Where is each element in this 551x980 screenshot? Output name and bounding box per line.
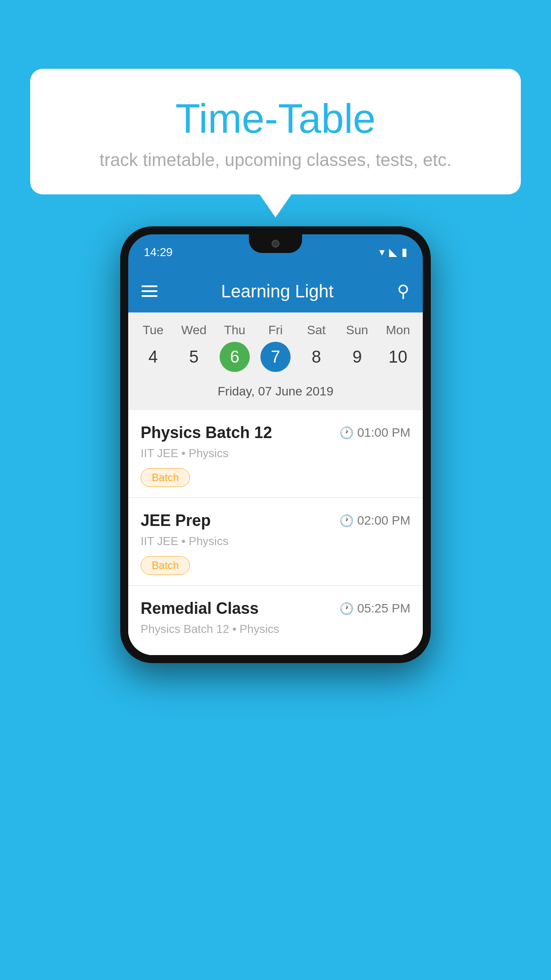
class-item-2[interactable]: Remedial Class🕐05:25 PMPhysics Batch 12 …: [128, 586, 423, 655]
day-label: Mon: [386, 323, 410, 337]
class-time: 🕐01:00 PM: [339, 426, 410, 440]
app-bar: Learning Light ⚲: [128, 270, 423, 312]
class-list: Physics Batch 12🕐01:00 PMIIT JEE • Physi…: [128, 410, 423, 655]
class-name: Remedial Class: [141, 599, 259, 618]
speech-bubble-section: Time-Table track timetable, upcoming cla…: [30, 69, 521, 194]
day-label: Sat: [307, 323, 326, 337]
class-meta: Physics Batch 12 • Physics: [141, 622, 410, 636]
selected-date-label: Friday, 07 June 2019: [133, 378, 418, 407]
days-row: Tue4Wed5Thu6Fri7Sat8Sun9Mon10: [133, 323, 418, 372]
class-item-header: Physics Batch 12🕐01:00 PM: [141, 423, 410, 442]
class-item-header: JEE Prep🕐02:00 PM: [141, 511, 410, 530]
phone-screen: Learning Light ⚲ Tue4Wed5Thu6Fri7Sat8Sun…: [128, 270, 423, 655]
class-item-0[interactable]: Physics Batch 12🕐01:00 PMIIT JEE • Physi…: [128, 410, 423, 498]
day-number[interactable]: 7: [260, 342, 291, 372]
speech-bubble: Time-Table track timetable, upcoming cla…: [30, 69, 521, 194]
day-col-tue[interactable]: Tue4: [134, 323, 172, 372]
battery-icon: ▮: [401, 246, 407, 258]
class-item-1[interactable]: JEE Prep🕐02:00 PMIIT JEE • PhysicsBatch: [128, 498, 423, 586]
bubble-title: Time-Table: [66, 95, 485, 142]
class-meta: IIT JEE • Physics: [141, 447, 410, 460]
day-label: Fri: [268, 323, 283, 337]
status-time: 14:29: [144, 245, 173, 259]
clock-icon: 🕐: [339, 426, 354, 440]
day-label: Thu: [224, 323, 245, 337]
day-col-thu[interactable]: Thu6: [216, 323, 253, 372]
day-number[interactable]: 4: [138, 342, 168, 372]
class-name: Physics Batch 12: [141, 423, 272, 442]
class-item-header: Remedial Class🕐05:25 PM: [141, 599, 410, 618]
day-label: Sun: [346, 323, 368, 337]
class-name: JEE Prep: [141, 511, 211, 530]
phone-mockup: 14:29 ▾ ◣ ▮ Learning Light ⚲: [120, 226, 431, 663]
day-col-sat[interactable]: Sat8: [298, 323, 335, 372]
status-icons: ▾ ◣ ▮: [379, 246, 407, 258]
class-time: 🕐02:00 PM: [339, 514, 410, 528]
clock-icon: 🕐: [339, 602, 354, 616]
day-col-fri[interactable]: Fri7: [257, 323, 294, 372]
clock-icon: 🕐: [339, 514, 354, 528]
day-number[interactable]: 5: [179, 342, 209, 372]
batch-badge: Batch: [141, 556, 190, 575]
day-number[interactable]: 6: [220, 342, 250, 372]
wifi-icon: ▾: [379, 246, 385, 258]
batch-badge: Batch: [141, 468, 190, 487]
phone-body: 14:29 ▾ ◣ ▮ Learning Light ⚲: [120, 226, 431, 663]
app-title: Learning Light: [221, 281, 334, 301]
hamburger-menu-button[interactable]: [142, 285, 157, 297]
day-number[interactable]: 10: [383, 342, 413, 372]
day-col-mon[interactable]: Mon10: [379, 323, 417, 372]
day-col-wed[interactable]: Wed5: [175, 323, 213, 372]
day-number[interactable]: 9: [342, 342, 372, 372]
search-icon[interactable]: ⚲: [397, 281, 409, 301]
camera: [272, 240, 279, 248]
day-label: Tue: [142, 323, 163, 337]
class-time: 🕐05:25 PM: [339, 601, 410, 616]
status-bar: 14:29 ▾ ◣ ▮: [128, 234, 423, 270]
calendar-strip: Tue4Wed5Thu6Fri7Sat8Sun9Mon10 Friday, 07…: [128, 312, 423, 410]
notch: [249, 234, 302, 253]
day-col-sun[interactable]: Sun9: [338, 323, 376, 372]
day-number[interactable]: 8: [301, 342, 331, 372]
class-meta: IIT JEE • Physics: [141, 534, 410, 548]
day-label: Wed: [181, 323, 206, 337]
signal-icon: ◣: [389, 246, 397, 258]
bubble-subtitle: track timetable, upcoming classes, tests…: [66, 150, 485, 170]
